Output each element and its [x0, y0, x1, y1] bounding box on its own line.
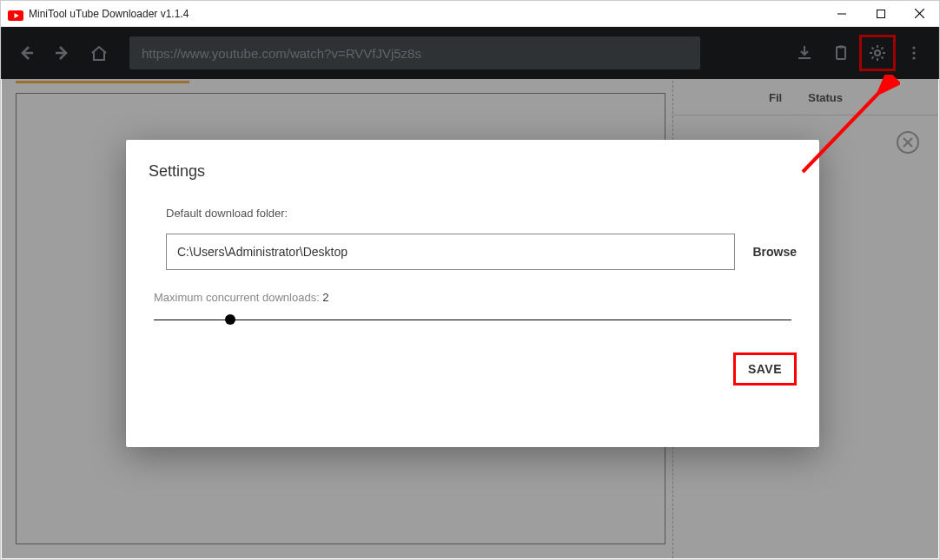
folder-input[interactable] — [166, 234, 735, 270]
mcd-label-text: Maximum concurrent downloads: — [154, 291, 322, 304]
mcd-slider[interactable] — [154, 313, 791, 328]
app-logo-icon — [8, 9, 23, 19]
slider-thumb[interactable] — [225, 314, 235, 325]
mcd-value: 2 — [322, 291, 328, 304]
minimize-button[interactable] — [822, 1, 861, 27]
maximize-icon — [877, 10, 885, 18]
maximize-button[interactable] — [861, 1, 900, 27]
close-icon — [915, 9, 924, 18]
titlebar: MiniTool uTube Downloader v1.1.4 — [1, 1, 939, 27]
save-button[interactable]: SAVE — [733, 352, 797, 385]
mcd-label: Maximum concurrent downloads: 2 — [154, 291, 797, 304]
svg-rect-2 — [877, 10, 884, 17]
window-title: MiniTool uTube Downloader v1.1.4 — [29, 8, 189, 20]
app-window: MiniTool uTube Downloader v1.1.4 — [0, 0, 940, 560]
slider-track — [154, 320, 791, 320]
settings-modal: Settings Default download folder: Browse… — [126, 140, 819, 447]
minimize-icon — [837, 10, 846, 18]
modal-title: Settings — [149, 162, 797, 181]
browse-button[interactable]: Browse — [752, 245, 797, 259]
close-button[interactable] — [900, 1, 939, 27]
folder-label: Default download folder: — [166, 207, 797, 220]
